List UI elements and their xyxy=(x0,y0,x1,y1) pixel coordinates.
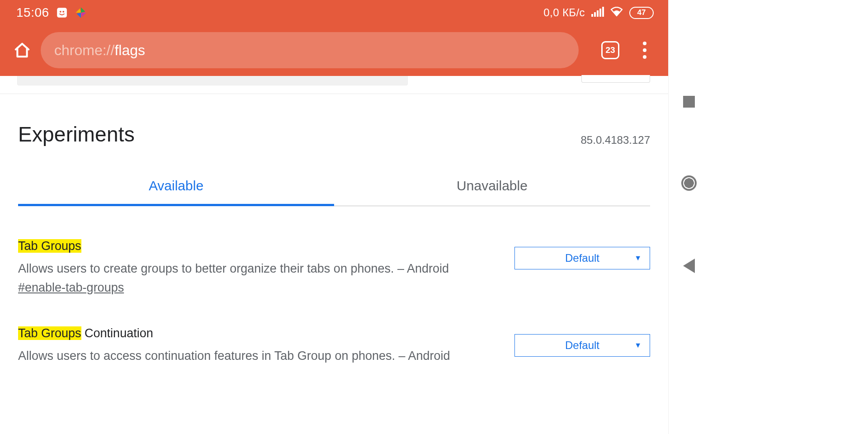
system-nav-rail xyxy=(668,0,709,434)
flag-title: Tab Groups Continuation xyxy=(18,326,487,341)
flag-row: Tab Groups Allows users to create groups… xyxy=(18,239,650,297)
status-time: 15:06 xyxy=(16,5,49,20)
network-speed: 0,0 КБ/с xyxy=(543,6,585,19)
page-title: Experiments xyxy=(18,122,135,146)
flag-description: Allows users to create groups to better … xyxy=(18,259,487,297)
flag-state-select[interactable]: Default ▼ xyxy=(514,334,650,357)
status-bar: 15:06 0,0 КБ/с 47 xyxy=(0,0,668,25)
circle-icon[interactable] xyxy=(681,175,697,191)
select-value: Default xyxy=(565,339,599,352)
chevron-down-icon: ▼ xyxy=(634,341,642,349)
search-strip xyxy=(0,76,668,94)
signal-icon xyxy=(591,7,604,19)
address-bar[interactable]: chrome://flags xyxy=(41,32,579,68)
pinwheel-icon xyxy=(75,6,87,19)
flag-anchor[interactable]: #enable-tab-groups xyxy=(18,281,124,294)
svg-rect-5 xyxy=(597,10,599,17)
svg-rect-6 xyxy=(599,9,601,17)
chrome-version: 85.0.4183.127 xyxy=(581,134,650,146)
tab-label: Available xyxy=(149,178,203,193)
browser-toolbar: chrome://flags 23 xyxy=(0,25,668,76)
svg-point-2 xyxy=(62,11,64,13)
square-icon[interactable] xyxy=(683,96,695,108)
svg-rect-0 xyxy=(57,8,67,18)
url-path: flags xyxy=(114,42,145,59)
battery-level: 47 xyxy=(629,7,654,19)
tabs: Available Unavailable xyxy=(18,178,650,206)
svg-rect-7 xyxy=(602,7,604,17)
tab-available[interactable]: Available xyxy=(18,178,334,206)
svg-point-1 xyxy=(59,11,61,13)
svg-rect-3 xyxy=(591,14,593,17)
wifi-icon xyxy=(610,7,623,19)
svg-rect-4 xyxy=(594,12,596,17)
tab-switcher-button[interactable]: 23 xyxy=(601,41,619,59)
kebab-menu-icon[interactable] xyxy=(636,41,654,59)
select-value: Default xyxy=(565,252,599,264)
flag-state-select[interactable]: Default ▼ xyxy=(514,247,650,269)
flag-title: Tab Groups xyxy=(18,239,487,254)
tab-unavailable[interactable]: Unavailable xyxy=(334,178,650,206)
flag-row: Tab Groups Continuation Allows users to … xyxy=(18,326,650,366)
flag-description: Allows users to access continuation feat… xyxy=(18,347,487,366)
url-protocol: chrome:// xyxy=(54,42,114,59)
tab-label: Unavailable xyxy=(457,178,528,193)
smiley-icon xyxy=(56,6,68,19)
back-triangle-icon[interactable] xyxy=(683,259,695,273)
home-button[interactable] xyxy=(12,40,33,61)
chevron-down-icon: ▼ xyxy=(634,254,642,262)
